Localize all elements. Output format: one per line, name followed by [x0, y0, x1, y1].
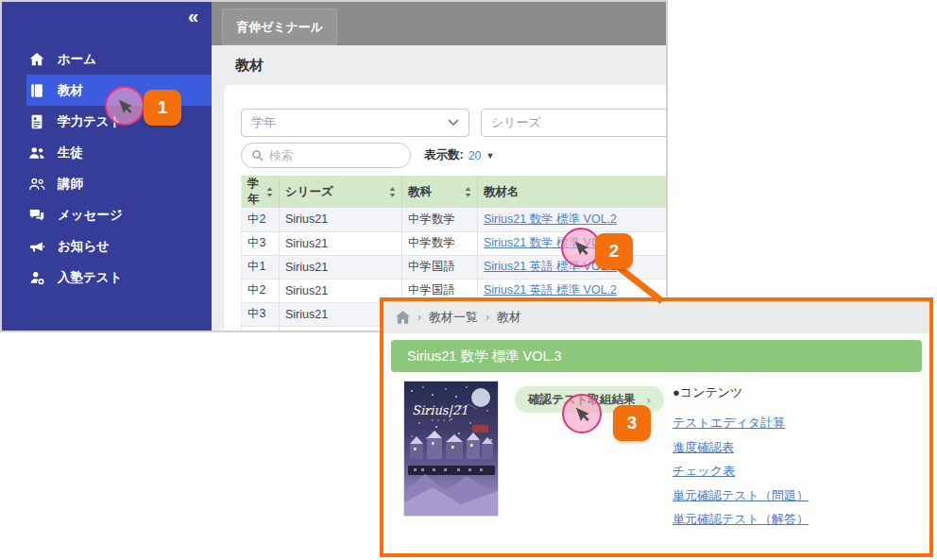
content-link[interactable]: テストエディタ計算 — [673, 411, 809, 435]
moon — [471, 388, 490, 407]
search-icon — [251, 149, 264, 161]
sidebar-item-materials[interactable]: 教材 — [2, 75, 212, 106]
sidebar-item-entrance-test[interactable]: 入塾テスト — [2, 262, 212, 293]
content-link[interactable]: 進度確認表 — [673, 435, 809, 460]
announcement-icon — [28, 238, 45, 255]
table-cell: 中3 — [242, 302, 280, 326]
content-link[interactable]: 単元確認テスト（解答） — [673, 507, 809, 532]
cover-badge — [472, 425, 488, 433]
sidebar-item-label: お知らせ — [58, 238, 110, 255]
table-cell: 中1 — [242, 255, 280, 279]
table-cell: 中3 — [242, 326, 280, 331]
table-cell: 中学国語 — [402, 255, 478, 279]
app-tab[interactable]: 育伸ゼミナール — [222, 8, 337, 45]
app-topbar: 育伸ゼミナール — [212, 2, 666, 45]
sidebar-item-label: 入塾テスト — [58, 269, 122, 286]
sort-icon[interactable] — [465, 187, 471, 197]
sidebar-item-teachers[interactable]: 講師 — [2, 168, 212, 199]
home-icon[interactable] — [396, 311, 410, 324]
breadcrumb-materials-list[interactable]: 教材一覧 — [429, 309, 478, 326]
chevron-down-icon — [448, 119, 459, 127]
table-row: 中1Sirius21中学国語Sirius21 英語 標準 VOL.1 — [242, 255, 668, 279]
search-box — [241, 143, 411, 168]
teachers-icon — [28, 176, 45, 193]
table-cell-material-name: Sirius21 数学 標準 VOL.2 — [478, 208, 668, 231]
column-header-4: 教材名 — [478, 176, 668, 208]
confirm-test-results-button[interactable]: 確認テスト取組結果 › — [515, 386, 664, 413]
table-cell: 中2 — [242, 208, 280, 231]
sidebar-item-home[interactable]: ホーム — [2, 43, 212, 75]
sidebar-item-label: 学力テスト — [58, 113, 122, 130]
column-header-2[interactable]: シリーズ — [280, 176, 402, 208]
table-row: 中3Sirius21中学数学Sirius21 数学 標準 VOL.3 — [242, 231, 668, 255]
table-row: 中2Sirius21中学数学Sirius21 数学 標準 VOL.2 — [242, 208, 668, 231]
sidebar-item-students[interactable]: 生徒 — [2, 137, 212, 168]
table-cell: Sirius21 — [280, 231, 402, 255]
display-count-value: 20 — [468, 149, 482, 162]
material-link[interactable]: Sirius21 英語 標準 VOL.2 — [484, 283, 617, 297]
students-icon — [28, 144, 45, 161]
column-header-label: 教科 — [408, 184, 432, 200]
table-cell: Sirius21 — [280, 208, 402, 231]
test-doc-icon — [28, 113, 45, 130]
material-link[interactable]: Sirius21 数学 標準 VOL.3 — [484, 236, 617, 249]
app-window: « ホーム教材学力テスト生徒講師メッセージお知らせ入塾テスト 育伸ゼミナール 教… — [0, 0, 668, 332]
grade-select[interactable]: 学年 — [241, 109, 469, 137]
table-cell: 中2 — [242, 279, 280, 302]
sidebar-item-label: 教材 — [58, 82, 83, 99]
table-cell: 中3 — [242, 231, 280, 255]
cover-train — [408, 466, 495, 475]
column-header-label: 学年 — [247, 176, 266, 208]
sidebar-nav: ホーム教材学力テスト生徒講師メッセージお知らせ入塾テスト — [2, 43, 212, 293]
content-link[interactable]: チェック表 — [673, 459, 809, 484]
column-header-1[interactable]: 学年 — [242, 176, 280, 208]
contents-heading: ●コンテンツ — [673, 384, 809, 401]
table-cell: 中学数学 — [402, 231, 478, 255]
search-input[interactable] — [269, 149, 392, 162]
table-cell: Sirius21 — [280, 255, 402, 279]
breadcrumb: › 教材一覧 › 教材 — [383, 301, 929, 333]
display-count-label: 表示数: — [424, 147, 464, 163]
person-plus-icon — [28, 269, 45, 286]
material-link[interactable]: Sirius21 数学 標準 VOL.2 — [484, 212, 617, 226]
sort-icon[interactable] — [266, 187, 273, 197]
home-icon — [28, 51, 45, 68]
material-title-bar: Sirius21 数学 標準 VOL.3 — [391, 340, 922, 372]
table-cell-material-name: Sirius21 数学 標準 VOL.3 — [478, 231, 668, 255]
message-icon — [28, 207, 45, 224]
sidebar-collapse-icon[interactable]: « — [188, 6, 198, 27]
book-icon — [28, 82, 45, 99]
series-select[interactable]: シリーズ — [481, 109, 668, 137]
table-cell: 中学数学 — [402, 208, 478, 231]
breadcrumb-material[interactable]: 教材 — [497, 309, 521, 326]
materials-card: 学年 シリーズ 表示数: 20 — [224, 85, 668, 331]
page-title: 教材 — [235, 57, 264, 75]
contents-section: ●コンテンツ テストエディタ計算進度確認表チェック表単元確認テスト（問題）単元確… — [673, 384, 809, 532]
sidebar: « ホーム教材学力テスト生徒講師メッセージお知らせ入塾テスト — [2, 2, 212, 331]
display-count: 表示数: 20 ▼ — [424, 147, 495, 163]
sort-icon[interactable] — [389, 187, 396, 197]
sidebar-item-messages[interactable]: メッセージ — [2, 199, 212, 230]
breadcrumb-separator: › — [486, 311, 489, 324]
column-header-label: シリーズ — [285, 184, 333, 200]
contents-links: テストエディタ計算進度確認表チェック表単元確認テスト（問題）単元確認テスト（解答… — [673, 411, 809, 532]
chevron-right-icon: › — [646, 393, 650, 407]
sidebar-item-label: 講師 — [58, 176, 83, 193]
main-content: 育伸ゼミナール 教材 学年 シリーズ — [212, 2, 666, 331]
sidebar-item-ability-test[interactable]: 学力テスト — [2, 106, 212, 137]
content-link[interactable]: 単元確認テスト（問題） — [673, 484, 809, 508]
sidebar-item-label: 生徒 — [58, 144, 83, 161]
material-link[interactable]: Sirius21 英語 標準 VOL.1 — [484, 260, 617, 273]
series-select-placeholder: シリーズ — [491, 114, 541, 131]
display-count-dropdown-icon[interactable]: ▼ — [486, 151, 495, 161]
sidebar-item-label: メッセージ — [58, 207, 123, 224]
cover-title: Sirius|21 — [412, 403, 468, 418]
book-cover-image: Sirius|21 — [404, 382, 498, 516]
sidebar-item-label: ホーム — [58, 51, 96, 68]
confirm-test-results-label: 確認テスト取組結果 — [528, 392, 635, 408]
page: « ホーム教材学力テスト生徒講師メッセージお知らせ入塾テスト 育伸ゼミナール 教… — [0, 0, 937, 560]
sidebar-item-notices[interactable]: お知らせ — [2, 230, 212, 262]
table-header-row: 学年シリーズ教科教材名 — [242, 176, 668, 208]
column-header-3[interactable]: 教科 — [402, 176, 478, 208]
material-detail-panel: › 教材一覧 › 教材 Sirius21 数学 標準 VOL.3 — [380, 297, 933, 557]
